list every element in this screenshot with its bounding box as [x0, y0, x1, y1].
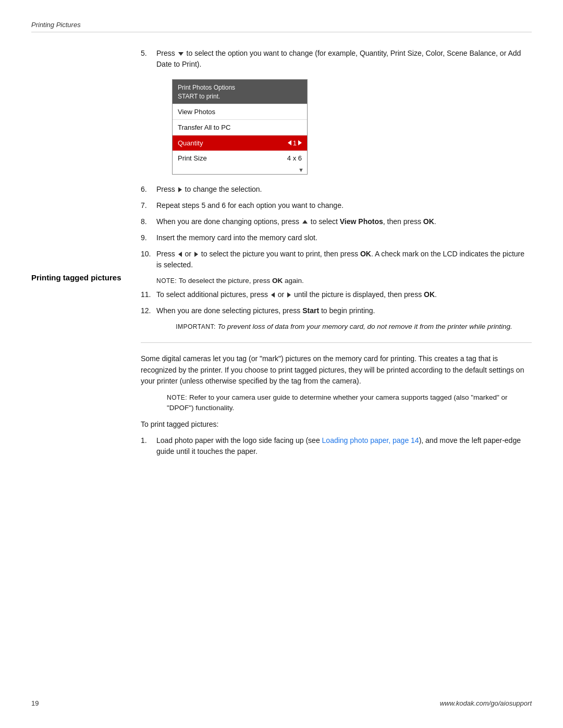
- note-1: NOTE: To deselect the picture, press OK …: [156, 276, 532, 286]
- menu-header-line1: Print Photos Options: [178, 83, 302, 92]
- step-11-text: To select additional pictures, press or …: [156, 289, 532, 300]
- step-11: 11. To select additional pictures, press…: [141, 289, 532, 300]
- qty-arrows: 1: [288, 139, 302, 147]
- menu-item-view-photos: View Photos: [173, 104, 307, 119]
- section2-body1: Some digital cameras let you tag (or "ma…: [141, 353, 532, 387]
- step-7-text: Repeat steps 5 and 6 for each option you…: [156, 200, 532, 211]
- arrow-up-icon-8: [302, 220, 308, 224]
- step-11-number: 11.: [141, 289, 156, 300]
- step-8-text: When you are done changing options, pres…: [156, 216, 532, 227]
- qty-left-arrow-icon: [288, 140, 291, 145]
- note-1-label: NOTE:: [156, 277, 177, 285]
- content-area: 5. Press to select the option you want t…: [136, 48, 532, 461]
- header-title: Printing Pictures: [31, 21, 81, 29]
- sub-step-1-number: 1.: [141, 435, 156, 457]
- step-9-text: Insert the memory card into the memory c…: [156, 232, 532, 243]
- arrow-left-icon-11: [271, 292, 275, 298]
- step-9-number: 9.: [141, 232, 156, 243]
- qty-right-arrow-icon: [298, 140, 302, 145]
- menu-screenshot: Print Photos Options START to print. Vie…: [172, 79, 308, 175]
- step-10: 10. Press or to select the picture you w…: [141, 249, 532, 270]
- step-5-text: Press to select the option you want to c…: [156, 48, 532, 70]
- step-9: 9. Insert the memory card into the memor…: [141, 232, 532, 243]
- arrow-right-icon-10: [194, 252, 198, 257]
- step-12: 12. When you are done selecting pictures…: [141, 305, 532, 316]
- page-header: Printing Pictures: [31, 21, 532, 32]
- sub-step-1: 1. Load photo paper with the logo side f…: [141, 435, 532, 457]
- section2-note-label: NOTE:: [167, 394, 187, 401]
- sub-step-1-text: Load photo paper with the logo side faci…: [156, 435, 532, 457]
- step-10-number: 10.: [141, 249, 156, 270]
- important-label: IMPORTANT:: [176, 323, 216, 330]
- menu-scroll-arrow: ▼: [173, 166, 307, 174]
- arrow-right-icon-6: [178, 187, 182, 192]
- step-6-text: Press to change the selection.: [156, 184, 532, 195]
- arrow-down-icon: [178, 52, 183, 56]
- menu-item-print-size: Print Size 4 x 6: [173, 151, 307, 166]
- arrow-left-icon-10: [178, 252, 182, 257]
- menu-item-transfer: Transfer All to PC: [173, 119, 307, 135]
- step-5-number: 5.: [141, 48, 156, 70]
- step-10-text: Press or to select the picture you want …: [156, 249, 532, 270]
- left-sidebar: Printing tagged pictures: [31, 48, 136, 461]
- page-footer: 19 www.kodak.com/go/aiosupport: [31, 699, 532, 707]
- section2-intro: To print tagged pictures:: [141, 419, 532, 430]
- page: Printing Pictures Printing tagged pictur…: [0, 0, 563, 728]
- step-5: 5. Press to select the option you want t…: [141, 48, 532, 70]
- arrow-right-icon-11: [287, 292, 291, 298]
- menu-header: Print Photos Options START to print.: [173, 80, 307, 104]
- main-content: Printing tagged pictures 5. Press to sel…: [31, 48, 532, 461]
- section2-note: NOTE: Refer to your camera user guide to…: [167, 392, 532, 414]
- step-7: 7. Repeat steps 5 and 6 for each option …: [141, 200, 532, 211]
- step-6: 6. Press to change the selection.: [141, 184, 532, 195]
- page-number: 19: [31, 699, 39, 707]
- loading-photo-paper-link[interactable]: Loading photo paper, page 14: [322, 436, 419, 445]
- separator: [141, 342, 532, 343]
- step-12-number: 12.: [141, 305, 156, 316]
- footer-url: www.kodak.com/go/aiosupport: [440, 699, 532, 707]
- menu-item-quantity: Quantity 1: [173, 135, 307, 151]
- section-heading-printing-tagged: Printing tagged pictures: [31, 272, 136, 283]
- step-7-number: 7.: [141, 200, 156, 211]
- step-8-number: 8.: [141, 216, 156, 227]
- important-note: IMPORTANT: To prevent loss of data from …: [156, 322, 532, 332]
- step-8: 8. When you are done changing options, p…: [141, 216, 532, 227]
- step-12-text: When you are done selecting pictures, pr…: [156, 305, 532, 316]
- step-6-number: 6.: [141, 184, 156, 195]
- menu-header-line2: START to print.: [178, 92, 302, 101]
